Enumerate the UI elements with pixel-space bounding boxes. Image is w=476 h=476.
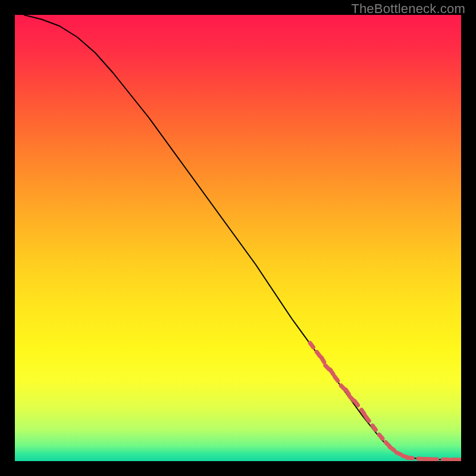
marker-point (355, 401, 358, 405)
marker-point (372, 425, 375, 430)
marker-point (396, 452, 401, 455)
marker-point (379, 434, 383, 439)
marker-point (362, 410, 365, 414)
marker-point (390, 447, 394, 450)
marker-point (321, 358, 324, 362)
marker-point (407, 458, 412, 458)
chart-svg (15, 15, 461, 461)
chart-stage: TheBottleneck.com (0, 0, 476, 476)
marker-point (310, 343, 313, 347)
chart-plot (15, 15, 461, 461)
marker-point (346, 390, 349, 394)
marker-point (366, 416, 369, 421)
gradient-background (15, 15, 461, 461)
marker-point (330, 369, 333, 374)
marker-point (334, 377, 337, 381)
marker-point (317, 352, 320, 356)
